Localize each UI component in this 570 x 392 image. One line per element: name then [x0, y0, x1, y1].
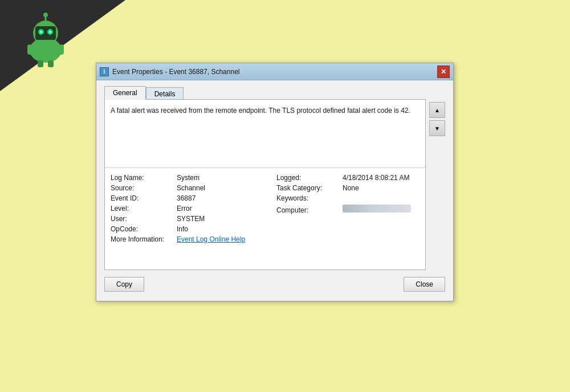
- event-log-online-help-link[interactable]: Event Log Online Help: [177, 235, 245, 243]
- content-box: A fatal alert was received from the remo…: [104, 99, 426, 270]
- svg-rect-2: [35, 26, 56, 40]
- svg-point-6: [49, 31, 51, 33]
- scroll-buttons: ▲ ▼: [429, 100, 445, 136]
- label-computer: Computer:: [276, 206, 339, 214]
- close-button[interactable]: Close: [404, 277, 445, 292]
- label-opcode: OpCode:: [111, 225, 173, 233]
- value-task-category: None: [343, 184, 359, 192]
- value-source: Schannel: [177, 184, 205, 192]
- svg-point-5: [40, 31, 42, 33]
- dialog-title-bar: i Event Properties - Event 36887, Schann…: [96, 63, 453, 80]
- svg-point-8: [43, 13, 48, 17]
- label-source: Source:: [111, 184, 173, 192]
- properties-grid: Log Name: System Source: Schannel Event …: [105, 168, 425, 249]
- prop-opcode: OpCode: Info: [111, 225, 265, 233]
- label-keywords: Keywords:: [276, 194, 339, 202]
- prop-event-id: Event ID: 36887: [111, 194, 265, 202]
- prop-logged: Logged: 4/18/2014 8:08:21 AM: [276, 174, 420, 182]
- tab-bar: General Details: [104, 86, 445, 100]
- value-log-name: System: [177, 174, 199, 182]
- prop-computer: Computer:: [276, 205, 420, 214]
- dialog-title: Event Properties - Event 36887, Schannel: [112, 68, 239, 76]
- label-user: User:: [111, 215, 173, 223]
- label-logged: Logged:: [276, 174, 339, 182]
- scroll-up-button[interactable]: ▲: [429, 102, 445, 118]
- value-computer-redacted: [343, 205, 411, 213]
- dialog-icon: i: [100, 67, 109, 76]
- tab-general[interactable]: General: [104, 86, 146, 100]
- title-bar-left: i Event Properties - Event 36887, Schann…: [100, 67, 239, 76]
- window-close-button[interactable]: ✕: [437, 66, 450, 78]
- props-right-column: Logged: 4/18/2014 8:08:21 AM Task Catego…: [265, 174, 420, 243]
- svg-rect-11: [38, 60, 43, 67]
- main-area: A fatal alert was received from the remo…: [104, 100, 445, 270]
- label-log-name: Log Name:: [111, 174, 173, 182]
- props-left-column: Log Name: System Source: Schannel Event …: [111, 174, 265, 243]
- event-properties-dialog: i Event Properties - Event 36887, Schann…: [96, 63, 454, 301]
- svg-rect-10: [59, 44, 64, 55]
- title-bar-controls: ✕: [437, 66, 450, 78]
- label-event-id: Event ID:: [111, 194, 173, 202]
- app-logo: [17, 11, 74, 68]
- value-user: SYSTEM: [177, 215, 205, 223]
- label-task-category: Task Category:: [276, 184, 339, 192]
- value-level: Error: [177, 205, 192, 213]
- prop-more-info: More Information: Event Log Online Help: [111, 235, 265, 243]
- prop-level: Level: Error: [111, 205, 265, 213]
- bottom-buttons: Copy Close: [104, 270, 445, 295]
- copy-button[interactable]: Copy: [104, 277, 144, 292]
- label-more-info: More Information:: [111, 235, 173, 243]
- dialog-body: General Details A fatal alert was receiv…: [96, 80, 453, 301]
- scroll-down-button[interactable]: ▼: [429, 120, 445, 136]
- value-opcode: Info: [177, 225, 188, 233]
- value-logged: 4/18/2014 8:08:21 AM: [343, 174, 409, 182]
- prop-user: User: SYSTEM: [111, 215, 265, 223]
- svg-rect-9: [27, 44, 32, 55]
- prop-source: Source: Schannel: [111, 184, 265, 192]
- svg-rect-12: [48, 60, 54, 67]
- event-message: A fatal alert was received from the remo…: [105, 100, 425, 168]
- prop-keywords: Keywords:: [276, 194, 420, 202]
- label-level: Level:: [111, 205, 173, 213]
- value-event-id: 36887: [177, 194, 196, 202]
- prop-log-name: Log Name: System: [111, 174, 265, 182]
- prop-task-category: Task Category: None: [276, 184, 420, 192]
